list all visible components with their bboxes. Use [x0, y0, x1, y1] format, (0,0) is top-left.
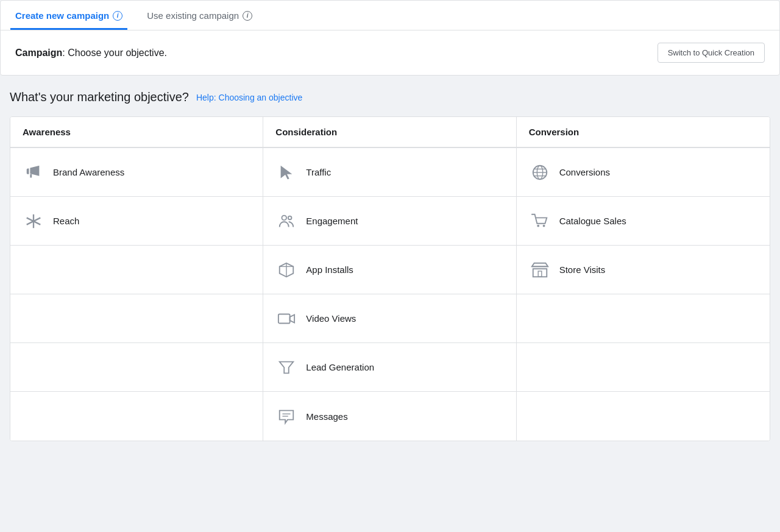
svg-point-5	[288, 216, 292, 219]
tab-create-new[interactable]: Create new campaign i	[10, 1, 127, 30]
globe-icon	[529, 161, 551, 183]
reach-label: Reach	[53, 216, 79, 226]
conversion-empty-3	[517, 392, 770, 441]
lead-generation-label: Lead Generation	[306, 362, 374, 372]
switch-to-quick-creation-button[interactable]: Switch to Quick Creation	[658, 43, 765, 63]
objective-catalogue-sales[interactable]: Catalogue Sales	[517, 197, 770, 246]
svg-marker-3	[281, 165, 292, 179]
objectives-body: Brand Awareness Reach	[10, 148, 770, 441]
conversions-label: Conversions	[559, 167, 610, 177]
svg-point-19	[537, 224, 539, 227]
svg-rect-22	[538, 271, 542, 276]
col-header-consideration: Consideration	[263, 117, 516, 147]
megaphone-icon	[23, 161, 44, 183]
box-icon	[275, 259, 297, 281]
catalogue-sales-label: Catalogue Sales	[559, 216, 626, 226]
objective-question-row: What's your marketing objective? Help: C…	[10, 90, 770, 104]
chat-icon	[275, 405, 297, 427]
tab-use-existing[interactable]: Use existing campaign i	[142, 1, 257, 30]
tab-create-new-info-icon: i	[113, 11, 122, 21]
video-views-label: Video Views	[306, 313, 356, 324]
svg-marker-11	[280, 361, 294, 373]
objective-messages[interactable]: Messages	[263, 392, 516, 441]
awareness-empty-1	[10, 246, 263, 294]
col-header-conversion: Conversion	[517, 117, 770, 147]
objective-traffic[interactable]: Traffic	[263, 148, 516, 197]
main-content: What's your marketing objective? Help: C…	[0, 76, 780, 451]
tab-use-existing-label: Use existing campaign	[147, 10, 239, 21]
traffic-label: Traffic	[306, 167, 331, 177]
awareness-empty-2	[10, 294, 263, 343]
objective-app-installs[interactable]: App Installs	[263, 246, 516, 294]
objectives-table: Awareness Consideration Conversion	[10, 116, 770, 441]
tab-create-new-label: Create new campaign	[15, 10, 109, 21]
video-icon	[275, 308, 297, 330]
svg-marker-10	[290, 314, 295, 322]
objective-video-views[interactable]: Video Views	[263, 294, 516, 343]
store-visits-label: Store Visits	[559, 264, 606, 275]
brand-awareness-label: Brand Awareness	[53, 167, 124, 177]
asterisk-icon	[23, 210, 44, 232]
campaign-label-bold: Campaign	[15, 48, 62, 58]
store-icon	[529, 259, 551, 281]
svg-rect-9	[278, 314, 290, 323]
campaign-title: Campaign: Choose your objective.	[15, 48, 167, 59]
svg-rect-21	[533, 269, 547, 277]
top-card: Create new campaign i Use existing campa…	[0, 0, 780, 76]
page-wrapper: Create new campaign i Use existing campa…	[0, 0, 780, 532]
conversion-column: Conversions Catalogue Sales	[517, 148, 770, 441]
messages-label: Messages	[306, 411, 347, 422]
awareness-empty-3	[10, 343, 263, 392]
col-header-awareness: Awareness	[10, 117, 263, 147]
cursor-icon	[275, 161, 297, 183]
campaign-header: Campaign: Choose your objective. Switch …	[1, 30, 779, 75]
people-icon	[275, 210, 297, 232]
funnel-icon	[275, 356, 297, 378]
app-installs-label: App Installs	[306, 264, 353, 275]
awareness-empty-4	[10, 392, 263, 441]
marketing-objective-question: What's your marketing objective?	[10, 90, 189, 104]
engagement-label: Engagement	[306, 216, 358, 226]
conversion-empty-2	[517, 343, 770, 392]
objective-store-visits[interactable]: Store Visits	[517, 246, 770, 294]
objective-lead-generation[interactable]: Lead Generation	[263, 343, 516, 392]
awareness-column: Brand Awareness Reach	[10, 148, 263, 441]
svg-point-20	[542, 224, 545, 227]
objective-engagement[interactable]: Engagement	[263, 197, 516, 246]
objectives-header-row: Awareness Consideration Conversion	[10, 117, 770, 148]
objective-reach[interactable]: Reach	[10, 197, 263, 246]
tab-use-existing-info-icon: i	[243, 11, 252, 21]
help-link[interactable]: Help: Choosing an objective	[196, 93, 302, 102]
consideration-column: Traffic Engagement	[263, 148, 516, 441]
objective-brand-awareness[interactable]: Brand Awareness	[10, 148, 263, 197]
cart-icon	[529, 210, 551, 232]
tabs-row: Create new campaign i Use existing campa…	[1, 1, 779, 30]
objective-conversions[interactable]: Conversions	[517, 148, 770, 197]
svg-point-4	[282, 215, 287, 220]
campaign-label-rest: : Choose your objective.	[62, 48, 167, 58]
conversion-empty-1	[517, 294, 770, 343]
